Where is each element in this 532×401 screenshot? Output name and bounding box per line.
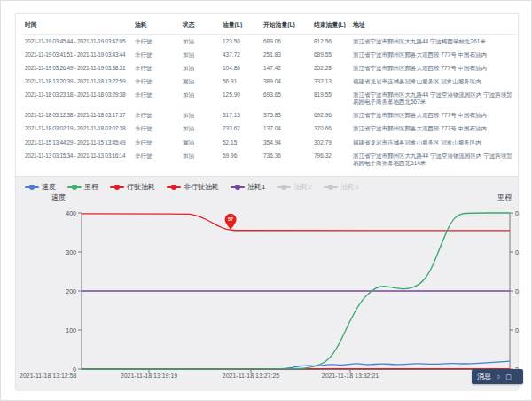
cell-start_amount: 389.04 [262,75,312,88]
x-axis-tick-label: 2021-11-18 13:19:19 [121,373,178,379]
cell-time: 2021-11-19 03:41:51 - 2021-11-19 03:43:4… [23,48,133,61]
table-row[interactable]: 2021-11-15 13:44:29 - 2021-11-15 13:45:4… [23,136,516,149]
cell-address: 浙江省宁波市鄞州区大九路44 宁波空港物流园区内 宁波跨境贸易园电子商务基地西北… [351,149,516,169]
cell-amount: 233.62 [221,122,262,136]
cell-amount: 437.72 [221,48,262,61]
cell-start_amount: 137.04 [262,122,312,136]
cell-amount: 123.50 [221,35,262,49]
cell-amount: 59.96 [221,149,262,169]
cell-start_amount: 736.36 [262,149,312,169]
table-header-row: 时间油耗状态油量(L)开始油量(L)结束油量(L)地址 [23,16,516,35]
cell-fuel_mode: 非行驶 [133,48,181,61]
cell-start_amount: 251.83 [262,48,312,61]
cell-status: 加油 [181,89,221,109]
col-amount: 油量(L) [221,16,262,35]
cell-amount: 104.86 [221,61,262,75]
cell-end_amount: 302.79 [312,136,351,149]
cell-time: 2021-11-18 03:12:38 - 2021-11-18 03:17:3… [23,109,133,122]
cell-end_amount: 819.55 [312,89,351,109]
right-axis-name: 里程 [497,193,512,201]
cell-fuel_mode: 非行驶 [133,89,181,109]
col-status: 状态 [181,16,221,35]
right-axis-tick-label: 0.05 km [515,327,520,334]
circle-icon[interactable]: ○ [497,373,500,380]
cell-fuel_mode: 非行驶 [133,61,181,75]
cell-end_amount: 692.96 [312,109,351,122]
cell-fuel_mode: 非行驶 [133,149,181,169]
cell-amount: 125.90 [221,89,262,109]
x-axis-tick-label: 2021-11-18 13:32:21 [322,373,379,379]
cell-time: 2021-11-18 13:20:39 - 2021-11-18 13:22:5… [23,75,133,88]
x-axis-tick-label: 2021-11-18 13:27:25 [223,373,280,379]
cell-time: 2021-11-18 03:23:18 - 2021-11-18 03:29:3… [23,89,133,109]
report-panel: 时间油耗状态油量(L)开始油量(L)结束油量(L)地址 2021-11-19 0… [15,13,519,389]
table-row[interactable]: 2021-11-18 03:23:18 - 2021-11-18 03:29:3… [23,89,516,109]
cell-status: 漏油 [181,75,221,88]
cell-time: 2021-11-13 03:15:34 - 2021-11-13 03:16:1… [23,149,133,169]
left-axis-tick-label: 400 [66,210,76,216]
cell-status: 加油 [181,35,221,49]
cell-time: 2021-11-19 03:45:44 - 2021-11-19 03:47:0… [23,35,133,49]
cell-amount: 52.15 [221,136,262,149]
cell-address: 浙江省宁波市鄞州区大九路44 宁波空港物流园区内 宁波跨境贸易园电子商务基地西北… [351,89,516,109]
cell-address: 浙江省宁波市鄞州区鄞县大道西段 777号 中国石油内 [351,61,516,75]
speed-line [82,361,510,369]
x-axis-tick-label: 2021-11-18 13:12:58 [20,373,77,379]
table-row[interactable]: 2021-11-19 03:41:51 - 2021-11-19 03:43:4… [23,48,516,61]
fuel-events-table: 时间油耗状态油量(L)开始油量(L)结束油量(L)地址 2021-11-19 0… [23,16,516,169]
square-icon[interactable]: ▢ [505,373,512,380]
cell-fuel_mode: 非行驶 [133,75,181,88]
cell-end_amount: 370.66 [312,122,351,136]
left-axis-name: 速度 [51,193,66,201]
cell-address: 福建省龙岩市连城县冠豸山服务区 冠豸山服务区内 [351,136,516,149]
cell-status: 加油 [181,149,221,169]
cell-address: 浙江省宁波市鄞州区鄞县大道西段 777号 中国石油内 [351,109,516,122]
cell-fuel_mode: 非行驶 [133,35,181,49]
fuel-events-table-section: 时间油耗状态油量(L)开始油量(L)结束油量(L)地址 2021-11-19 0… [16,14,518,176]
fuel-chart-section: 速度里程行驶油耗非行驶油耗油耗1油耗2油耗3 速度 里程 40030020010… [16,176,518,391]
cell-end_amount: 796.32 [312,149,351,169]
table-row[interactable]: 2021-11-18 03:12:38 - 2021-11-18 03:17:3… [23,109,516,122]
cell-start_amount: 147.42 [262,61,312,75]
message-widget[interactable]: 消息 ○ ▢ [472,369,523,384]
cell-start_amount: 375.83 [262,109,312,122]
leak-marker-pin[interactable]: 57 [225,214,237,230]
right-axis-tick-label: 0.1 km [515,288,520,295]
cell-amount: 56.91 [221,75,262,88]
table-row[interactable]: 2021-11-19 03:45:44 - 2021-11-19 03:47:0… [23,35,516,49]
cell-start_amount: 354.94 [262,136,312,149]
cell-end_amount: 812.56 [312,35,351,49]
cell-status: 加油 [181,48,221,61]
col-time: 时间 [23,16,133,35]
leak-marker-label: 57 [228,216,233,222]
fuel-chart: 速度 里程 40030020010000.2 km0.15 km0.1 km0.… [16,177,520,389]
cell-status: 加油 [181,61,221,75]
table-row[interactable]: 2021-11-18 13:20:39 - 2021-11-18 13:22:5… [23,75,516,88]
cell-fuel_mode: 非行驶 [133,122,181,136]
cell-end_amount: 332.13 [312,75,351,88]
cell-time: 2021-11-15 13:44:29 - 2021-11-15 13:45:4… [23,136,133,149]
cell-time: 2021-11-18 03:02:19 - 2021-11-18 03:07:3… [23,122,133,136]
cell-address: 浙江省宁波市鄞州区鄞县大道西段 777号 中国石油内 [351,48,516,61]
col-end_amount: 结束油量(L) [312,16,351,35]
cell-status: 加油 [181,109,221,122]
table-row[interactable]: 2021-11-18 03:02:19 - 2021-11-18 03:07:3… [23,122,516,136]
cell-start_amount: 689.06 [262,35,312,49]
cell-time: 2021-11-19 03:26:49 - 2021-11-19 03:38:3… [23,61,133,75]
fuel-report-screen: 时间油耗状态油量(L)开始油量(L)结束油量(L)地址 2021-11-19 0… [0,0,532,401]
cell-status: 漏油 [181,136,221,149]
cell-fuel_mode: 非行驶 [133,136,181,149]
left-axis-tick-label: 100 [66,327,76,334]
idle-fuel-line [82,214,510,231]
cell-fuel_mode: 非行驶 [133,109,181,122]
right-axis-tick-label: 0.2 km [515,210,520,216]
col-fuel_mode: 油耗 [133,16,181,35]
table-row[interactable]: 2021-11-19 03:26:49 - 2021-11-19 03:38:3… [23,61,516,75]
cell-address: 浙江省宁波市鄞州区鄞县大道西段 777号 中国石油内 [351,122,516,136]
left-axis-tick-label: 200 [66,288,76,295]
message-widget-label: 消息 [477,372,491,381]
col-address: 地址 [351,16,516,35]
table-row[interactable]: 2021-11-13 03:15:34 - 2021-11-13 03:16:1… [23,149,516,169]
cell-end_amount: 252.28 [312,61,351,75]
left-axis-tick-label: 0 [73,366,76,373]
